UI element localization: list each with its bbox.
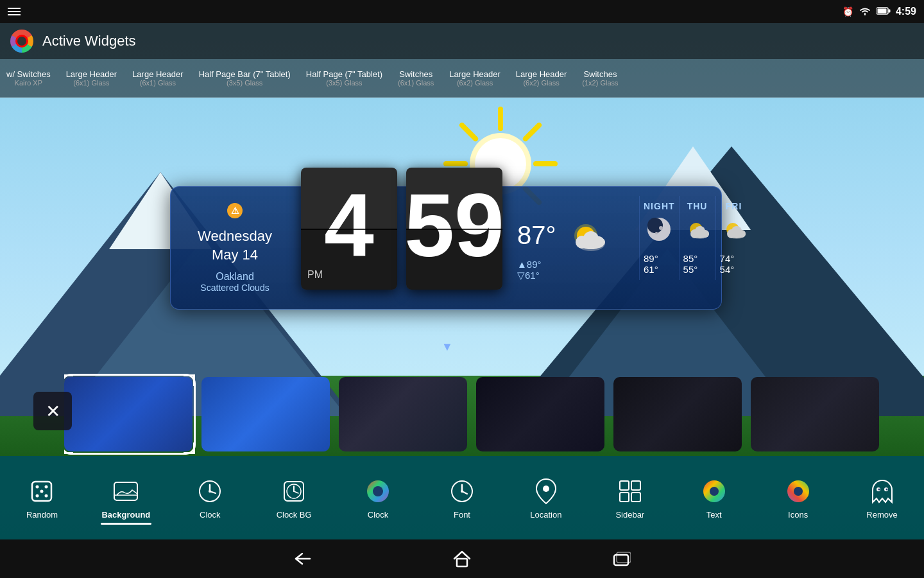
toolbar-clock-bg[interactable]: Clock BG <box>252 471 336 525</box>
carousel-item-6[interactable]: Large Header (6x2) Glass <box>449 69 501 87</box>
svg-rect-60 <box>631 481 640 490</box>
background-icon <box>111 477 141 506</box>
current-weather: 87° ▲89° ▽61° <box>504 187 633 309</box>
toolbar-icons[interactable]: Icons <box>756 471 840 525</box>
carousel-item-7[interactable]: Large Header (6x2) Glass <box>516 69 567 87</box>
toolbar-clock-bg-label: Clock BG <box>277 510 312 520</box>
minute-digit: 59 <box>406 168 502 290</box>
svg-line-51 <box>294 491 298 493</box>
weather-widget: ⚠ WednesdayMay 14 Oakland Scattered Clou… <box>170 186 722 310</box>
carousel-item-5[interactable]: Switches (6x1) Glass <box>398 69 434 87</box>
forecast-night: NIGHT 89° 61° <box>639 196 679 280</box>
temp-high: ▲89° <box>517 259 620 270</box>
toolbar-remove-label: Remove <box>866 510 897 520</box>
forecast-days: NIGHT 89° 61° THU <box>639 196 752 280</box>
svg-point-29 <box>701 230 709 238</box>
current-weather-icon <box>563 215 614 256</box>
bracket-bl <box>64 442 73 454</box>
clock-outline-icon <box>195 477 225 506</box>
status-right: ⏰ 4:59 <box>843 6 916 18</box>
night-icon <box>645 215 673 249</box>
toolbar-random[interactable]: Random <box>0 471 84 525</box>
thu-icon <box>683 215 712 249</box>
wifi-icon <box>859 6 871 18</box>
flip-clock: PM 4 59 <box>299 168 504 290</box>
toolbar-clock2[interactable]: Clock <box>336 471 420 525</box>
icons-color-icon <box>783 477 813 506</box>
status-time: 4:59 <box>896 6 916 17</box>
carousel-item-8[interactable]: Switches (1x2) Glass <box>582 69 618 87</box>
toolbar-background[interactable]: Background <box>84 471 168 525</box>
recent-button[interactable] <box>606 543 637 574</box>
bracket-tr <box>184 374 195 386</box>
font-icon <box>447 477 477 506</box>
svg-rect-62 <box>631 493 640 502</box>
toolbar-location-label: Location <box>530 510 561 520</box>
svg-point-69 <box>878 488 880 490</box>
svg-line-1 <box>526 125 539 139</box>
home-button[interactable] <box>447 543 477 574</box>
temp-low: ▽61° <box>517 270 620 281</box>
panel-wrapper-selected[interactable] <box>64 377 193 451</box>
skin-panel-blue2[interactable] <box>201 377 330 451</box>
bottom-toolbar: Random Background Clock <box>0 456 924 539</box>
svg-rect-61 <box>620 493 629 502</box>
ghost-icon <box>868 477 897 506</box>
toolbar-text[interactable]: Text <box>672 471 756 525</box>
svg-point-39 <box>36 494 39 497</box>
svg-rect-59 <box>620 481 629 490</box>
svg-point-58 <box>543 486 549 492</box>
forecast-section: NIGHT 89° 61° THU <box>633 187 758 309</box>
toolbar-location[interactable]: Location <box>504 471 588 525</box>
svg-point-22 <box>659 226 663 230</box>
toolbar-font[interactable]: Font <box>420 471 504 525</box>
bracket-br <box>184 442 195 454</box>
hamburger-icon[interactable] <box>8 8 21 15</box>
svg-point-64 <box>710 487 719 496</box>
app-logo <box>10 30 33 53</box>
skin-panel-dark3[interactable] <box>613 377 742 451</box>
forecast-fri: FRI 74° 54° <box>715 196 752 280</box>
svg-point-38 <box>45 485 48 488</box>
carousel-item-0[interactable]: w/ Switches Kairo XP <box>6 69 51 87</box>
toolbar-font-label: Font <box>454 510 470 520</box>
clock-status-icon: ⏰ <box>843 6 853 17</box>
svg-point-19 <box>593 236 604 248</box>
svg-point-66 <box>794 487 803 496</box>
svg-point-47 <box>209 490 211 493</box>
carousel-item-1[interactable]: Large Header (6x1) Glass <box>66 69 117 87</box>
svg-point-57 <box>461 490 463 493</box>
skin-panel-dark4[interactable] <box>751 377 879 451</box>
toolbar-icons-label: Icons <box>788 510 808 520</box>
widget-carousel[interactable]: w/ Switches Kairo XP Large Header (6x1) … <box>0 59 924 98</box>
toolbar-remove[interactable]: Remove <box>840 471 924 525</box>
close-button[interactable]: ✕ <box>33 392 72 430</box>
carousel-item-2[interactable]: Large Header (6x1) Glass <box>132 69 184 87</box>
carousel-item-4[interactable]: Half Page (7" Tablet) (3x5) Glass <box>306 69 382 87</box>
widget-condition: Scattered Clouds <box>186 283 284 293</box>
current-temp: 87° <box>517 221 556 250</box>
back-button[interactable] <box>287 543 318 574</box>
text-color-icon <box>699 477 729 506</box>
toolbar-sidebar[interactable]: Sidebar <box>588 471 672 525</box>
widget-location: Oakland <box>186 271 284 283</box>
dice-icon <box>27 477 56 506</box>
toolbar-clock[interactable]: Clock <box>168 471 252 525</box>
status-left <box>8 8 21 15</box>
skin-panel-dark1[interactable] <box>339 377 467 451</box>
svg-point-23 <box>655 232 658 234</box>
svg-point-21 <box>647 218 663 233</box>
toolbar-clock2-label: Clock <box>368 510 389 520</box>
status-bar: ⏰ 4:59 <box>0 0 924 23</box>
svg-point-37 <box>36 485 39 488</box>
skin-panels <box>64 372 924 456</box>
svg-line-7 <box>462 125 475 139</box>
skin-panel-dark2[interactable] <box>476 377 604 451</box>
nav-bar <box>0 539 924 578</box>
svg-point-40 <box>45 494 48 497</box>
bracket-tl <box>64 374 73 386</box>
skin-panel-blue1[interactable] <box>64 377 193 451</box>
carousel-item-3[interactable]: Half Page Bar (7" Tablet) (3x5) Glass <box>199 69 291 87</box>
forecast-thu: THU 85° 55° <box>679 196 715 280</box>
widget-date: WednesdayMay 14 <box>186 227 284 264</box>
